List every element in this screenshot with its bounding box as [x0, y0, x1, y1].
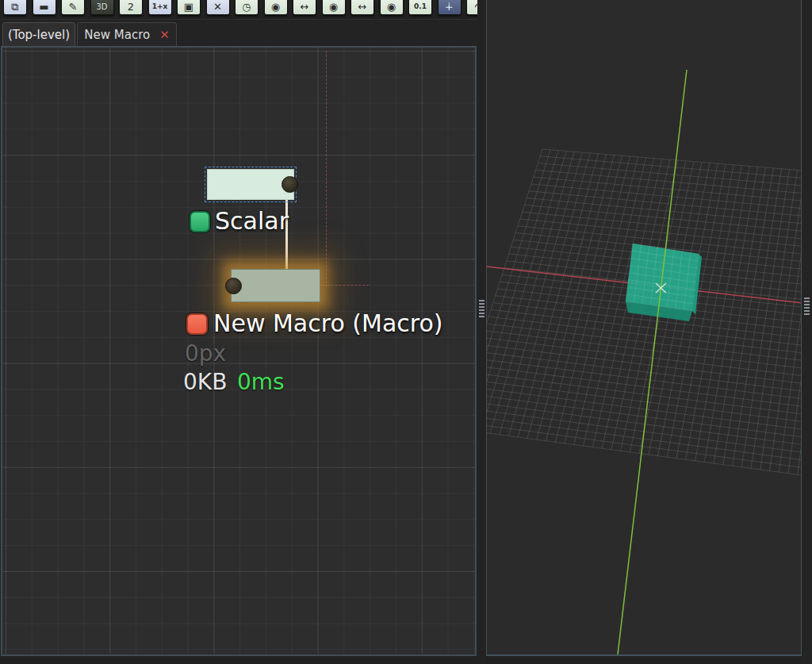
- macro-node-label: New Macro (Macro): [213, 311, 443, 336]
- toolbar: ⧉▬✎3D21+x▣✕◷◉↔◉↔◉0.1∔∿: [0, 0, 477, 19]
- remove-icon: ▬: [39, 2, 48, 12]
- scalar-node-label: Scalar: [215, 209, 289, 234]
- toolbar-button-size-2[interactable]: 2: [119, 0, 143, 15]
- fit-width-a-icon: ↔: [301, 2, 309, 12]
- toolbar-button-material-sphere-a[interactable]: ◉: [264, 0, 288, 15]
- toolbar-button-material-sphere-c[interactable]: ◉: [380, 0, 404, 15]
- stat-time: 0ms: [237, 370, 285, 394]
- size-2-icon: 2: [128, 2, 134, 12]
- right-splitter-grip-icon[interactable]: [804, 297, 810, 317]
- material-sphere-c-icon: ◉: [387, 2, 396, 12]
- fit-width-b-icon: ↔: [358, 2, 367, 12]
- add-levels-icon: ∔: [445, 2, 454, 12]
- right-panel-splitter[interactable]: [802, 0, 812, 664]
- splitter-grip-icon[interactable]: [479, 300, 485, 319]
- output-port-icon[interactable]: [282, 176, 298, 193]
- tab-new-macro[interactable]: New Macro ✕: [77, 22, 177, 47]
- node-graph-canvas[interactable]: Scalar New Macro (Macro) 0px 0KB 0ms: [1, 46, 477, 656]
- toolbar-button-expression[interactable]: 1+x: [148, 0, 172, 15]
- alignment-guide-horizontal: [320, 285, 369, 286]
- center-point-icon: ▣: [184, 2, 193, 12]
- range-01-icon: 0.1: [414, 2, 427, 12]
- delete-x-icon: ✕: [213, 2, 222, 12]
- tab-top-level[interactable]: (Top-level): [2, 22, 75, 47]
- toolbar-button-add-levels[interactable]: ∔: [438, 0, 462, 15]
- input-port-icon[interactable]: [225, 278, 242, 294]
- expression-icon: 1+x: [152, 2, 168, 12]
- material-sphere-a-icon: ◉: [271, 2, 280, 12]
- stat-memory: 0KB: [183, 370, 227, 394]
- toolbar-button-remove[interactable]: ▬: [33, 0, 56, 15]
- close-tab-icon[interactable]: ✕: [159, 29, 170, 41]
- panel-splitter[interactable]: [477, 0, 486, 664]
- toolbar-button-export-doc[interactable]: ⧉: [3, 0, 27, 15]
- export-doc-icon: ⧉: [11, 2, 18, 12]
- toolbar-button-delete-x[interactable]: ✕: [206, 0, 230, 15]
- toolbar-button-center-point[interactable]: ▣: [177, 0, 201, 15]
- preview-3d-viewport[interactable]: [486, 0, 802, 656]
- view-3d-icon: 3D: [96, 2, 107, 12]
- toolbar-button-material-sphere-b[interactable]: ◉: [322, 0, 346, 15]
- time-icon: ◷: [242, 2, 251, 12]
- graph-editor-column: ⧉▬✎3D21+x▣✕◷◉↔◉↔◉0.1∔∿ (Top-level) New M…: [0, 0, 477, 664]
- stat-size: 0px: [185, 342, 226, 366]
- toolbar-button-fit-width-b[interactable]: ↔: [350, 0, 374, 15]
- material-sphere-b-icon: ◉: [329, 2, 338, 12]
- preview-3d-scene: [487, 0, 802, 656]
- node-new-macro[interactable]: [231, 269, 320, 302]
- macro-color-swatch: [186, 313, 208, 335]
- tab-top-level-label: (Top-level): [8, 28, 70, 42]
- toolbar-button-time[interactable]: ◷: [235, 0, 259, 15]
- alignment-guide-vertical: [326, 51, 327, 287]
- node-scalar[interactable]: [207, 169, 294, 200]
- graph-tab-bar: (Top-level) New Macro ✕: [0, 19, 477, 46]
- tab-new-macro-label: New Macro: [84, 28, 150, 42]
- edit-icon: ✎: [69, 2, 78, 12]
- app-window: ⧉▬✎3D21+x▣✕◷◉↔◉↔◉0.1∔∿ (Top-level) New M…: [0, 0, 812, 664]
- scalar-color-swatch: [190, 211, 210, 232]
- toolbar-button-edit[interactable]: ✎: [61, 0, 85, 15]
- toolbar-button-view-3d[interactable]: 3D: [90, 0, 114, 15]
- toolbar-button-fit-width-a[interactable]: ↔: [293, 0, 316, 15]
- toolbar-button-curve[interactable]: ∿: [466, 0, 477, 15]
- toolbar-button-range-01[interactable]: 0.1: [408, 0, 432, 15]
